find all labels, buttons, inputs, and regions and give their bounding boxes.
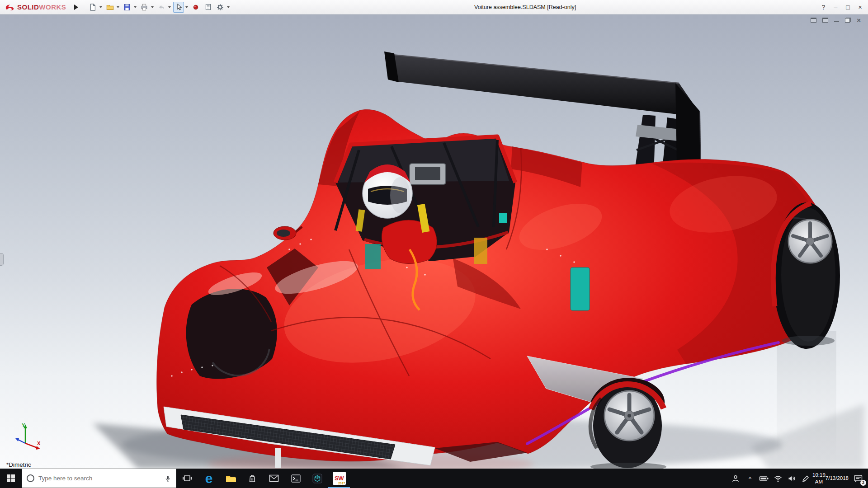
windows-taskbar: e SW 2017 ^ xyxy=(0,469,868,488)
pen-icon xyxy=(801,474,810,483)
document-title: Voiture assemblee.SLDASM [Read-only] xyxy=(474,0,576,14)
orientation-triad: Y X xyxy=(9,422,43,453)
ds-swoosh-icon xyxy=(5,3,15,11)
store-bag-icon xyxy=(248,474,257,483)
action-center-button[interactable]: 2 xyxy=(848,469,868,488)
system-tray: ^ 10:19 AM 7/13/2018 2 xyxy=(728,469,868,488)
clock-time: 10:19 AM xyxy=(812,472,826,485)
child-close-button[interactable]: × xyxy=(857,18,861,23)
child-window-controls: × xyxy=(811,18,861,23)
brand-solid: SOLID xyxy=(17,3,39,11)
child-restore-button[interactable] xyxy=(845,18,851,23)
menu-flyout-arrow[interactable] xyxy=(74,5,81,10)
microphone-icon[interactable] xyxy=(164,474,171,483)
console-button[interactable] xyxy=(285,469,307,488)
cascade-window-icon[interactable] xyxy=(822,18,828,23)
battery-icon xyxy=(759,474,769,483)
print-button[interactable] xyxy=(139,2,150,13)
chevron-up-icon: ^ xyxy=(749,475,751,482)
child-minimize-button[interactable] xyxy=(834,21,839,22)
model-viewer-button[interactable] xyxy=(307,469,328,488)
quick-toolbar xyxy=(87,2,231,13)
appearance-sphere-button[interactable] xyxy=(190,2,201,13)
people-icon xyxy=(731,474,740,483)
folder-icon xyxy=(225,474,236,483)
mail-envelope-icon xyxy=(269,474,279,482)
taskbar-search[interactable] xyxy=(22,469,176,488)
start-button[interactable] xyxy=(0,469,22,488)
notification-badge: 2 xyxy=(860,480,866,486)
new-window-icon[interactable] xyxy=(811,18,816,23)
new-dropdown-caret[interactable] xyxy=(99,6,102,9)
solidworks-app-button[interactable]: SW 2017 xyxy=(328,469,350,488)
cortana-icon xyxy=(27,474,34,482)
sheet-properties-button[interactable] xyxy=(203,2,213,13)
view-orientation-label: *Dimetric xyxy=(6,461,31,468)
desktop-screen: SOLIDWORKS xyxy=(0,0,868,488)
cube-viewer-icon xyxy=(312,474,322,483)
speaker-icon xyxy=(787,474,796,483)
wifi-icon xyxy=(774,474,783,483)
windows-logo-icon xyxy=(7,474,15,483)
edge-icon: e xyxy=(205,472,213,485)
file-explorer-button[interactable] xyxy=(220,469,241,488)
battery-button[interactable] xyxy=(757,469,771,488)
clock[interactable]: 10:19 AM 7/13/2018 xyxy=(813,469,848,488)
save-dropdown-caret[interactable] xyxy=(134,6,137,9)
save-button[interactable] xyxy=(122,2,132,13)
solidworks-icon: SW 2017 xyxy=(333,472,346,485)
options-gear-button[interactable] xyxy=(215,2,226,13)
network-button[interactable] xyxy=(771,469,785,488)
search-input[interactable] xyxy=(38,475,160,482)
maximize-button[interactable]: □ xyxy=(842,0,854,14)
3d-model-race-car[interactable] xyxy=(0,14,868,469)
brand-works: WORKS xyxy=(39,3,66,11)
volume-button[interactable] xyxy=(785,469,798,488)
mail-button[interactable] xyxy=(263,469,285,488)
triad-y-label: Y xyxy=(22,422,25,428)
triad-x-label: X xyxy=(37,441,41,446)
clock-date: 7/13/2018 xyxy=(826,475,849,482)
edge-browser-button[interactable]: e xyxy=(198,469,220,488)
window-controls: ? – □ × xyxy=(817,0,866,14)
console-icon xyxy=(291,474,301,483)
store-button[interactable] xyxy=(241,469,263,488)
new-document-button[interactable] xyxy=(87,2,98,13)
undo-button[interactable] xyxy=(156,2,167,13)
undo-dropdown-caret[interactable] xyxy=(168,6,171,9)
task-view-button[interactable] xyxy=(176,469,198,488)
select-dropdown-caret[interactable] xyxy=(185,6,188,9)
open-button[interactable] xyxy=(104,2,115,13)
select-arrow-button[interactable] xyxy=(173,2,184,13)
help-button[interactable]: ? xyxy=(817,0,830,14)
app-titlebar: SOLIDWORKS xyxy=(0,0,868,14)
tray-overflow-button[interactable]: ^ xyxy=(743,469,757,488)
rear-wheel xyxy=(773,202,840,349)
windows-ink-button[interactable] xyxy=(798,469,813,488)
open-dropdown-caret[interactable] xyxy=(117,6,119,9)
people-button[interactable] xyxy=(728,469,743,488)
close-button[interactable]: × xyxy=(854,0,866,14)
graphics-viewport[interactable]: × Y X *Dimetric xyxy=(0,14,868,469)
options-dropdown-caret[interactable] xyxy=(227,6,230,9)
solidworks-logo: SOLIDWORKS xyxy=(0,3,70,11)
print-dropdown-caret[interactable] xyxy=(151,6,154,9)
panel-collapse-tab[interactable] xyxy=(0,253,4,266)
minimize-button[interactable]: – xyxy=(830,0,842,14)
